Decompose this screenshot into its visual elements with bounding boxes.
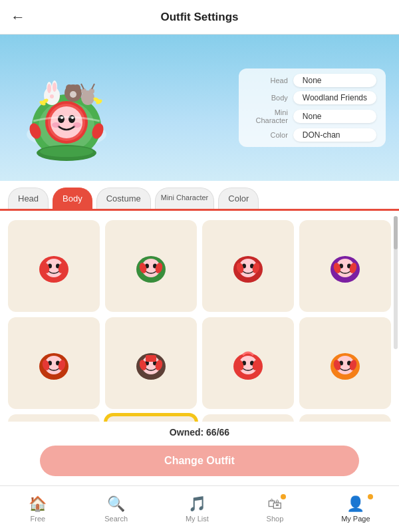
tab-body[interactable]: Body [53, 188, 92, 209]
list-item[interactable] [202, 317, 294, 409]
header: ← Outfit Settings [0, 0, 399, 35]
character-svg [13, 48, 120, 168]
svg-point-5 [51, 106, 82, 138]
back-button[interactable]: ← [11, 9, 25, 26]
svg-point-11 [73, 122, 81, 128]
svg-point-15 [47, 84, 51, 93]
list-item[interactable] [202, 414, 294, 422]
tab-color[interactable]: Color [218, 188, 259, 209]
body-label: Body [248, 94, 288, 102]
info-row-body: Body Woodland Friends [248, 91, 376, 104]
nav-label-shop: Shop [267, 515, 284, 523]
list-item[interactable] [8, 317, 100, 409]
list-item[interactable] [8, 220, 100, 312]
tabs-container: Head Body Costume Mini Character Color [0, 181, 399, 211]
nav-label-free: Free [31, 515, 46, 523]
svg-point-19 [66, 84, 72, 91]
scrollbar-thumb[interactable] [394, 216, 398, 249]
svg-point-23 [81, 88, 86, 94]
head-label: Head [248, 76, 288, 84]
items-grid [8, 216, 391, 422]
svg-point-24 [89, 88, 94, 94]
svg-point-34 [40, 146, 93, 157]
svg-point-21 [70, 91, 76, 98]
svg-point-17 [50, 94, 54, 98]
nav-label-search: Search [104, 515, 128, 523]
info-row-mini: Mini Character None [248, 108, 376, 124]
info-row-head: Head None [248, 74, 376, 87]
character-display [13, 48, 120, 168]
change-outfit-container: Change Outfit [0, 442, 399, 485]
tab-mini-character[interactable]: Mini Character [155, 188, 215, 209]
list-item[interactable] [105, 317, 197, 409]
shop-notification-dot [281, 494, 286, 499]
nav-label-my-list: My List [186, 515, 209, 523]
head-value: None [293, 74, 376, 87]
music-icon: 🎵 [188, 495, 206, 513]
character-banner: Head None Body Woodland Friends Mini Cha… [0, 35, 399, 181]
list-item[interactable] [8, 414, 100, 422]
svg-point-16 [53, 82, 57, 92]
items-grid-area [0, 211, 399, 422]
info-panel: Head None Body Woodland Friends Mini Cha… [239, 68, 386, 147]
list-item[interactable] [105, 220, 197, 312]
page-title: Outfit Settings [160, 11, 238, 24]
my-page-notification-dot [368, 494, 373, 499]
info-row-color: Color DON-chan [248, 128, 376, 142]
main-content: Head None Body Woodland Friends Mini Cha… [0, 35, 399, 485]
tab-head[interactable]: Head [8, 188, 49, 209]
nav-item-free[interactable]: 🏠 Free [29, 495, 47, 523]
body-value: Woodland Friends [293, 91, 376, 104]
mini-label: Mini Character [248, 108, 288, 124]
nav-label-my-page: My Page [341, 515, 370, 523]
tab-costume[interactable]: Costume [96, 188, 151, 209]
list-item-selected[interactable] [105, 414, 197, 422]
nav-item-my-list[interactable]: 🎵 My List [186, 495, 209, 523]
color-label: Color [248, 131, 288, 139]
nav-item-my-page[interactable]: 👤 My Page [341, 495, 370, 523]
svg-rect-69 [146, 355, 156, 362]
svg-line-25 [81, 84, 84, 89]
color-value: DON-chan [293, 128, 376, 142]
scrollbar-track [394, 216, 398, 349]
search-icon: 🔍 [107, 495, 125, 513]
svg-point-20 [74, 84, 80, 91]
home-icon: 🏠 [29, 495, 47, 513]
bottom-navigation: 🏠 Free 🔍 Search 🎵 My List 🛍 Shop 👤 My Pa… [0, 485, 399, 532]
list-item[interactable] [299, 220, 391, 312]
list-item[interactable] [299, 414, 391, 422]
list-item[interactable] [202, 220, 294, 312]
owned-count: Owned: 66/66 [0, 422, 399, 442]
nav-item-search[interactable]: 🔍 Search [104, 495, 128, 523]
change-outfit-button[interactable]: Change Outfit [40, 446, 359, 476]
nav-item-shop[interactable]: 🛍 Shop [267, 495, 284, 523]
svg-line-26 [92, 84, 94, 89]
user-icon: 👤 [346, 495, 364, 513]
mini-value: None [293, 110, 376, 123]
list-item[interactable] [299, 317, 391, 409]
svg-point-10 [52, 122, 60, 128]
shop-icon: 🛍 [267, 495, 282, 513]
